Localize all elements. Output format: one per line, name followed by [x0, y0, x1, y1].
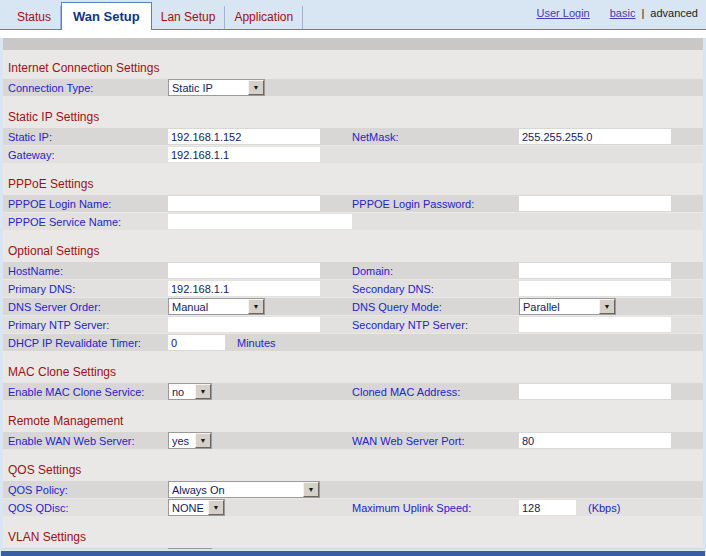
field-zone	[519, 384, 703, 399]
tab-status[interactable]: Status	[8, 6, 61, 29]
form-row: Primary NTP Server:Secondary NTP Server:	[3, 316, 703, 333]
form-row: QOS Policy:Always On▼	[3, 481, 703, 498]
section-remote-management: Remote ManagementEnable WAN Web Server:y…	[3, 413, 703, 449]
mode-separator: |	[641, 7, 644, 19]
section-heading: VLAN Settings	[3, 529, 703, 545]
header-divider-bar	[3, 38, 703, 50]
field-zone: no▼	[168, 548, 352, 549]
enable-wan-web-server-select[interactable]: yes▼	[168, 432, 212, 449]
section-heading: Static IP Settings	[3, 109, 703, 125]
advanced-mode-label: advanced	[650, 7, 698, 19]
primary-dns-input[interactable]	[168, 281, 320, 296]
maximum-uplink-speed-label: Maximum Uplink Speed:	[352, 502, 519, 514]
qos-policy-selected-value: Always On	[169, 484, 303, 496]
hostname-input[interactable]	[168, 263, 320, 278]
section-optional-settings: Optional SettingsHostName:Domain:Primary…	[3, 243, 703, 351]
maximum-uplink-speed-unit: (Kbps)	[588, 502, 620, 514]
dhcp-ip-revalidate-timer-label: DHCP IP Revalidate Timer:	[3, 337, 168, 349]
enable-wan-web-server-selected-value: yes	[169, 435, 195, 447]
field-zone: (Kbps)	[519, 500, 703, 515]
section-pppoe-settings: PPPoE SettingsPPPOE Login Name:PPPOE Log…	[3, 176, 703, 230]
domain-input[interactable]	[519, 263, 671, 278]
static-ip-label: Static IP:	[3, 131, 168, 143]
tab-bar: StatusWan SetupLan SetupApplication User…	[0, 0, 706, 30]
dropdown-arrow-icon[interactable]: ▼	[248, 299, 264, 314]
enable-mac-clone-service-select[interactable]: no▼	[168, 383, 212, 400]
domain-label: Domain:	[352, 265, 519, 277]
field-zone	[519, 129, 703, 144]
section-static-ip-settings: Static IP SettingsStatic IP:NetMask:Gate…	[3, 109, 703, 163]
section-vlan-settings: VLAN SettingsEnable VLAN:no▼VLAN ID:[0x0…	[3, 529, 703, 549]
netmask-label: NetMask:	[352, 131, 519, 143]
form-row: Connection Type:Static IP▼	[3, 79, 703, 96]
dns-server-order-select[interactable]: Manual▼	[168, 298, 265, 315]
form-row: DHCP IP Revalidate Timer:Minutes	[3, 334, 703, 351]
cloned-mac-address-input[interactable]	[519, 384, 671, 399]
wan-web-server-port-label: WAN Web Server Port:	[352, 435, 519, 447]
field-zone: Manual▼	[168, 298, 352, 315]
field-zone	[519, 263, 703, 278]
field-zone: Minutes	[168, 335, 352, 350]
form-row: Enable WAN Web Server:yes▼WAN Web Server…	[3, 432, 703, 449]
form-row: DNS Server Order:Manual▼DNS Query Mode:P…	[3, 298, 703, 315]
basic-mode-link[interactable]: basic	[610, 7, 636, 19]
dropdown-arrow-icon[interactable]: ▼	[195, 433, 211, 448]
footer-bar	[1, 551, 705, 556]
qos-qdisc-label: QOS QDisc:	[3, 502, 168, 514]
dns-query-mode-selected-value: Parallel	[520, 301, 599, 313]
wan-web-server-port-input[interactable]	[519, 433, 671, 448]
pppoe-service-name-input[interactable]	[168, 214, 352, 229]
maximum-uplink-speed-input[interactable]	[519, 500, 576, 515]
primary-ntp-server-label: Primary NTP Server:	[3, 319, 168, 331]
qos-qdisc-select[interactable]: NONE▼	[168, 499, 225, 516]
form-row: PPPOE Service Name:	[3, 213, 703, 230]
hostname-label: HostName:	[3, 265, 168, 277]
secondary-dns-input[interactable]	[519, 281, 671, 296]
top-links: User Login basic | advanced	[537, 7, 698, 19]
dropdown-arrow-icon[interactable]: ▼	[195, 384, 211, 399]
field-zone	[168, 317, 352, 332]
user-login-link[interactable]: User Login	[537, 7, 590, 19]
pppoe-login-password-input[interactable]	[519, 196, 671, 211]
section-heading: Optional Settings	[3, 243, 703, 259]
tab-list: StatusWan SetupLan SetupApplication	[8, 2, 303, 29]
dhcp-ip-revalidate-timer-input[interactable]	[168, 335, 225, 350]
enable-wan-web-server-label: Enable WAN Web Server:	[3, 435, 168, 447]
field-zone	[519, 433, 703, 448]
dropdown-arrow-icon[interactable]: ▼	[599, 299, 615, 314]
connection-type-label: Connection Type:	[3, 82, 168, 94]
qos-policy-select[interactable]: Always On▼	[168, 481, 320, 498]
dropdown-arrow-icon[interactable]: ▼	[208, 500, 224, 515]
section-heading: PPPoE Settings	[3, 176, 703, 192]
form-row: HostName:Domain:	[3, 262, 703, 279]
section-mac-clone-settings: MAC Clone SettingsEnable MAC Clone Servi…	[3, 364, 703, 400]
gateway-input[interactable]	[168, 147, 320, 162]
pppoe-login-name-input[interactable]	[168, 196, 320, 211]
field-zone: Parallel▼	[519, 298, 703, 315]
section-heading: Remote Management	[3, 413, 703, 429]
router-admin-page: StatusWan SetupLan SetupApplication User…	[0, 0, 706, 556]
secondary-dns-label: Secondary DNS:	[352, 283, 519, 295]
section-heading: Internet Connection Settings	[3, 60, 703, 76]
secondary-ntp-server-input[interactable]	[519, 317, 671, 332]
tab-application[interactable]: Application	[225, 6, 303, 29]
netmask-input[interactable]	[519, 129, 671, 144]
dns-query-mode-select[interactable]: Parallel▼	[519, 298, 616, 315]
primary-ntp-server-input[interactable]	[168, 317, 320, 332]
tab-lan-setup[interactable]: Lan Setup	[152, 6, 226, 29]
static-ip-input[interactable]	[168, 129, 320, 144]
field-zone	[168, 129, 352, 144]
tab-wan-setup[interactable]: Wan Setup	[61, 2, 152, 30]
dropdown-arrow-icon[interactable]: ▼	[303, 482, 319, 497]
connection-type-selected-value: Static IP	[169, 82, 248, 94]
field-zone	[168, 263, 352, 278]
connection-type-select[interactable]: Static IP▼	[168, 79, 265, 96]
section-heading: MAC Clone Settings	[3, 364, 703, 380]
form-row: Enable MAC Clone Service:no▼Cloned MAC A…	[3, 383, 703, 400]
dropdown-arrow-icon[interactable]: ▼	[248, 80, 264, 95]
field-zone: Always On▼	[168, 481, 352, 498]
section-internet-connection-settings: Internet Connection SettingsConnection T…	[3, 60, 703, 96]
enable-vlan-select[interactable]: no▼	[168, 548, 212, 549]
wan-setup-form: Internet Connection SettingsConnection T…	[3, 50, 703, 549]
form-row: Primary DNS:Secondary DNS:	[3, 280, 703, 297]
